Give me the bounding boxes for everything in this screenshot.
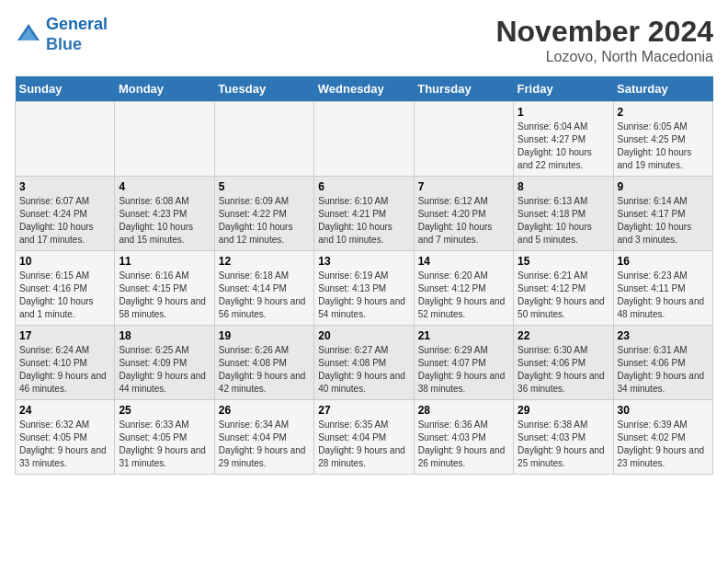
day-info: Sunrise: 6:23 AM Sunset: 4:11 PM Dayligh…: [618, 270, 709, 321]
day-info: Sunrise: 6:39 AM Sunset: 4:02 PM Dayligh…: [618, 419, 709, 470]
day-number: 23: [618, 329, 709, 342]
day-number: 17: [19, 329, 110, 342]
calendar-day-cell: 16Sunrise: 6:23 AM Sunset: 4:11 PM Dayli…: [613, 251, 712, 326]
calendar-header-row: SundayMondayTuesdayWednesdayThursdayFrid…: [16, 76, 713, 102]
day-number: 3: [19, 180, 110, 193]
day-info: Sunrise: 6:19 AM Sunset: 4:13 PM Dayligh…: [318, 270, 409, 321]
calendar-week-row: 17Sunrise: 6:24 AM Sunset: 4:10 PM Dayli…: [16, 326, 713, 400]
day-number: 8: [518, 180, 609, 193]
day-number: 6: [318, 180, 409, 193]
day-number: 30: [618, 404, 709, 417]
day-info: Sunrise: 6:21 AM Sunset: 4:12 PM Dayligh…: [518, 270, 609, 321]
day-number: 27: [318, 404, 409, 417]
day-info: Sunrise: 6:13 AM Sunset: 4:18 PM Dayligh…: [518, 195, 609, 247]
day-info: Sunrise: 6:34 AM Sunset: 4:04 PM Dayligh…: [219, 419, 310, 470]
calendar-day-cell: [214, 102, 313, 177]
day-number: 9: [618, 180, 709, 193]
calendar-day-cell: 28Sunrise: 6:36 AM Sunset: 4:03 PM Dayli…: [414, 400, 513, 475]
calendar-week-row: 1Sunrise: 6:04 AM Sunset: 4:27 PM Daylig…: [16, 102, 713, 177]
calendar-day-cell: 23Sunrise: 6:31 AM Sunset: 4:06 PM Dayli…: [613, 326, 712, 400]
calendar-day-cell: 22Sunrise: 6:30 AM Sunset: 4:06 PM Dayli…: [514, 326, 613, 400]
day-info: Sunrise: 6:30 AM Sunset: 4:06 PM Dayligh…: [518, 344, 609, 396]
title-area: November 2024 Lozovo, North Macedonia: [495, 15, 713, 65]
day-number: 25: [119, 404, 210, 417]
day-info: Sunrise: 6:05 AM Sunset: 4:25 PM Dayligh…: [618, 121, 709, 172]
day-info: Sunrise: 6:26 AM Sunset: 4:08 PM Dayligh…: [219, 344, 310, 396]
day-info: Sunrise: 6:29 AM Sunset: 4:07 PM Dayligh…: [418, 344, 509, 396]
day-number: 11: [119, 255, 210, 268]
logo-line1: General: [46, 15, 108, 33]
calendar-day-cell: [16, 102, 115, 177]
main-title: November 2024: [495, 15, 713, 49]
calendar-day-cell: 5Sunrise: 6:09 AM Sunset: 4:22 PM Daylig…: [214, 177, 313, 251]
day-info: Sunrise: 6:36 AM Sunset: 4:03 PM Dayligh…: [418, 419, 509, 470]
calendar-day-header: Thursday: [414, 76, 513, 102]
calendar-week-row: 10Sunrise: 6:15 AM Sunset: 4:16 PM Dayli…: [16, 251, 713, 326]
calendar-day-cell: [314, 102, 414, 177]
calendar-day-cell: 12Sunrise: 6:18 AM Sunset: 4:14 PM Dayli…: [214, 251, 313, 326]
calendar-day-cell: 25Sunrise: 6:33 AM Sunset: 4:05 PM Dayli…: [115, 400, 214, 475]
day-number: 1: [518, 106, 609, 119]
day-number: 10: [19, 255, 110, 268]
day-info: Sunrise: 6:04 AM Sunset: 4:27 PM Dayligh…: [518, 121, 609, 172]
calendar-day-header: Monday: [115, 76, 214, 102]
calendar-day-header: Sunday: [16, 76, 115, 102]
calendar-day-cell: 14Sunrise: 6:20 AM Sunset: 4:12 PM Dayli…: [414, 251, 513, 326]
day-number: 14: [418, 255, 509, 268]
calendar-day-header: Saturday: [613, 76, 712, 102]
day-info: Sunrise: 6:31 AM Sunset: 4:06 PM Dayligh…: [618, 344, 709, 396]
calendar-day-cell: 21Sunrise: 6:29 AM Sunset: 4:07 PM Dayli…: [414, 326, 513, 400]
calendar-day-cell: 15Sunrise: 6:21 AM Sunset: 4:12 PM Dayli…: [514, 251, 613, 326]
calendar-day-cell: 24Sunrise: 6:32 AM Sunset: 4:05 PM Dayli…: [16, 400, 115, 475]
day-info: Sunrise: 6:27 AM Sunset: 4:08 PM Dayligh…: [318, 344, 409, 396]
logo: General Blue: [15, 15, 108, 54]
day-number: 7: [418, 180, 509, 193]
calendar-day-cell: 9Sunrise: 6:14 AM Sunset: 4:17 PM Daylig…: [613, 177, 712, 251]
calendar-day-cell: 6Sunrise: 6:10 AM Sunset: 4:21 PM Daylig…: [314, 177, 414, 251]
calendar-day-header: Wednesday: [314, 76, 414, 102]
day-info: Sunrise: 6:38 AM Sunset: 4:03 PM Dayligh…: [518, 419, 609, 470]
day-number: 22: [518, 329, 609, 342]
calendar-day-cell: 2Sunrise: 6:05 AM Sunset: 4:25 PM Daylig…: [613, 102, 712, 177]
day-number: 15: [518, 255, 609, 268]
calendar-day-cell: 26Sunrise: 6:34 AM Sunset: 4:04 PM Dayli…: [214, 400, 313, 475]
day-info: Sunrise: 6:33 AM Sunset: 4:05 PM Dayligh…: [119, 419, 210, 470]
calendar-day-cell: 19Sunrise: 6:26 AM Sunset: 4:08 PM Dayli…: [214, 326, 313, 400]
calendar-day-cell: 11Sunrise: 6:16 AM Sunset: 4:15 PM Dayli…: [115, 251, 214, 326]
day-number: 16: [618, 255, 709, 268]
day-number: 20: [318, 329, 409, 342]
logo-line2: Blue: [46, 35, 82, 53]
logo-text: General Blue: [46, 15, 108, 54]
calendar-day-cell: 8Sunrise: 6:13 AM Sunset: 4:18 PM Daylig…: [514, 177, 613, 251]
day-number: 24: [19, 404, 110, 417]
calendar-day-cell: 29Sunrise: 6:38 AM Sunset: 4:03 PM Dayli…: [514, 400, 613, 475]
day-number: 21: [418, 329, 509, 342]
calendar-day-cell: 7Sunrise: 6:12 AM Sunset: 4:20 PM Daylig…: [414, 177, 513, 251]
day-number: 18: [119, 329, 210, 342]
subtitle: Lozovo, North Macedonia: [495, 49, 713, 65]
day-info: Sunrise: 6:24 AM Sunset: 4:10 PM Dayligh…: [19, 344, 110, 396]
day-number: 19: [219, 329, 310, 342]
day-info: Sunrise: 6:14 AM Sunset: 4:17 PM Dayligh…: [618, 195, 709, 247]
day-info: Sunrise: 6:15 AM Sunset: 4:16 PM Dayligh…: [19, 270, 110, 321]
day-number: 4: [119, 180, 210, 193]
day-number: 28: [418, 404, 509, 417]
calendar-day-cell: 18Sunrise: 6:25 AM Sunset: 4:09 PM Dayli…: [115, 326, 214, 400]
calendar-week-row: 3Sunrise: 6:07 AM Sunset: 4:24 PM Daylig…: [16, 177, 713, 251]
day-info: Sunrise: 6:16 AM Sunset: 4:15 PM Dayligh…: [119, 270, 210, 321]
calendar-day-cell: 4Sunrise: 6:08 AM Sunset: 4:23 PM Daylig…: [115, 177, 214, 251]
day-number: 2: [618, 106, 709, 119]
day-number: 5: [219, 180, 310, 193]
calendar-day-header: Friday: [514, 76, 613, 102]
day-info: Sunrise: 6:09 AM Sunset: 4:22 PM Dayligh…: [219, 195, 310, 247]
day-info: Sunrise: 6:10 AM Sunset: 4:21 PM Dayligh…: [318, 195, 409, 247]
calendar-day-header: Tuesday: [214, 76, 313, 102]
calendar-day-cell: 10Sunrise: 6:15 AM Sunset: 4:16 PM Dayli…: [16, 251, 115, 326]
calendar-day-cell: 27Sunrise: 6:35 AM Sunset: 4:04 PM Dayli…: [314, 400, 414, 475]
calendar-day-cell: 13Sunrise: 6:19 AM Sunset: 4:13 PM Dayli…: [314, 251, 414, 326]
day-info: Sunrise: 6:18 AM Sunset: 4:14 PM Dayligh…: [219, 270, 310, 321]
day-info: Sunrise: 6:25 AM Sunset: 4:09 PM Dayligh…: [119, 344, 210, 396]
day-number: 12: [219, 255, 310, 268]
day-info: Sunrise: 6:35 AM Sunset: 4:04 PM Dayligh…: [318, 419, 409, 470]
calendar-day-cell: 3Sunrise: 6:07 AM Sunset: 4:24 PM Daylig…: [16, 177, 115, 251]
